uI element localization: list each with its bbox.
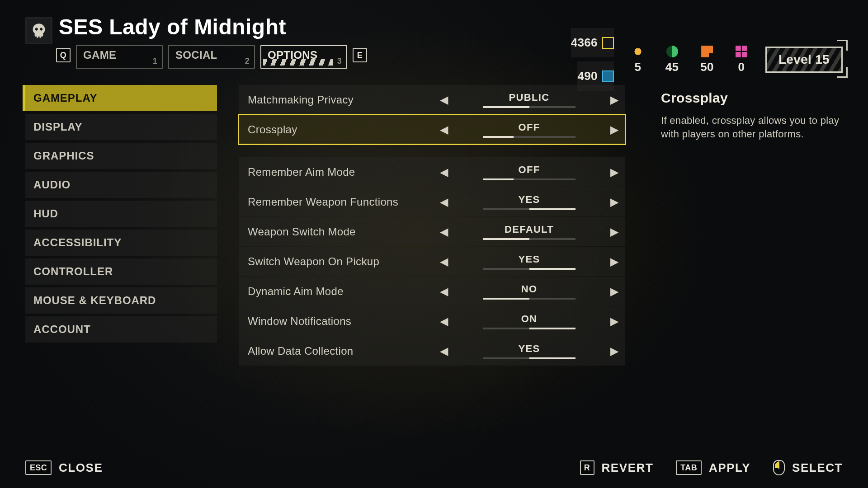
resource-samples: 45 [665, 46, 679, 74]
arrow-left-icon[interactable] [433, 255, 455, 268]
setting-crossplay[interactable]: CrossplayOFF [239, 115, 625, 144]
close-label: CLOSE [59, 461, 103, 475]
setting-value: OFF [519, 164, 540, 176]
setting-value: NO [521, 283, 538, 295]
tab-game[interactable]: GAME 1 [76, 45, 163, 69]
setting-label: Remember Weapon Functions [239, 196, 433, 208]
value-bar [483, 208, 576, 210]
setting-value: OFF [519, 122, 540, 133]
close-action[interactable]: ESC CLOSE [25, 460, 103, 475]
value-bar [483, 328, 576, 329]
tab-number: 2 [245, 56, 250, 66]
apply-action[interactable]: TAB APPLY [676, 460, 750, 475]
currency1-value: 4366 [571, 36, 598, 50]
value-bar [483, 136, 576, 138]
resource-super: 0 [736, 46, 747, 74]
value-bar [483, 357, 576, 359]
category-hud[interactable]: HUD [25, 201, 217, 227]
arrow-right-icon[interactable] [604, 166, 625, 178]
supercredit-icon [602, 70, 614, 82]
setting-remember-weapon-functions[interactable]: Remember Weapon FunctionsYES [239, 187, 625, 216]
arrow-left-icon[interactable] [433, 196, 455, 208]
arrow-left-icon[interactable] [433, 285, 455, 298]
setting-window-notifications[interactable]: Window NotificationsON [239, 306, 625, 336]
category-display[interactable]: DISPLAY [25, 114, 217, 140]
tab-number: 1 [153, 56, 157, 66]
setting-value: DEFAULT [505, 224, 554, 235]
ship-title: SES Lady of Midnight [59, 14, 286, 39]
setting-label: Dynamic Aim Mode [239, 285, 433, 298]
setting-dynamic-aim-mode[interactable]: Dynamic Aim ModeNO [239, 277, 625, 306]
arrow-left-icon[interactable] [433, 94, 455, 106]
setting-value: PUBLIC [509, 92, 550, 103]
category-mouse-keyboard[interactable]: MOUSE & KEYBOARD [25, 287, 217, 314]
mouse-icon [773, 460, 785, 475]
requisition-icon [602, 37, 614, 49]
arrow-left-icon[interactable] [433, 166, 455, 178]
apply-key: TAB [676, 460, 702, 475]
setting-label: Window Notifications [239, 315, 433, 328]
arrow-right-icon[interactable] [604, 285, 625, 298]
category-list: GAMEPLAYDISPLAYGRAPHICSAUDIOHUDACCESSIBI… [25, 85, 217, 343]
settings-list: Matchmaking PrivacyPUBLICCrossplayOFFRem… [239, 85, 625, 366]
category-graphics[interactable]: GRAPHICS [25, 143, 217, 169]
setting-allow-data-collection[interactable]: Allow Data CollectionYES [239, 336, 625, 366]
setting-value: YES [519, 253, 540, 265]
category-gameplay[interactable]: GAMEPLAY [25, 85, 217, 111]
tab-options[interactable]: OPTIONS 3 [260, 45, 347, 69]
revert-action[interactable]: R REVERT [580, 460, 654, 475]
setting-matchmaking-privacy[interactable]: Matchmaking PrivacyPUBLIC [239, 85, 625, 114]
setting-value: ON [521, 313, 538, 325]
arrow-right-icon[interactable] [604, 196, 625, 208]
setting-switch-weapon-on-pickup[interactable]: Switch Weapon On PickupYES [239, 247, 625, 276]
resource-medals: 5 [632, 46, 644, 74]
setting-label: Remember Aim Mode [239, 166, 433, 178]
arrow-left-icon[interactable] [433, 315, 455, 328]
arrow-left-icon[interactable] [433, 345, 455, 357]
category-audio[interactable]: AUDIO [25, 172, 217, 198]
tab-number: 3 [337, 56, 342, 66]
arrow-left-icon[interactable] [433, 123, 455, 136]
setting-label: Crossplay [239, 123, 433, 136]
currency2-value: 490 [577, 69, 597, 83]
req-icon [701, 46, 713, 57]
arrow-right-icon[interactable] [604, 225, 625, 238]
skull-icon [25, 17, 52, 44]
revert-label: REVERT [602, 461, 654, 475]
value-bar [483, 268, 576, 270]
apply-label: APPLY [709, 461, 750, 475]
arrow-right-icon[interactable] [604, 315, 625, 328]
next-tab-key[interactable]: E [353, 48, 367, 62]
tab-label: SOCIAL [175, 49, 217, 61]
value-bar [483, 178, 576, 180]
setting-value: YES [519, 194, 540, 206]
tab-social[interactable]: SOCIAL 2 [168, 45, 255, 69]
setting-remember-aim-mode[interactable]: Remember Aim ModeOFF [239, 157, 625, 187]
category-accessibility[interactable]: ACCESSIBILITY [25, 230, 217, 256]
setting-weapon-switch-mode[interactable]: Weapon Switch ModeDEFAULT [239, 217, 625, 246]
arrow-right-icon[interactable] [604, 345, 625, 357]
arrow-left-icon[interactable] [433, 225, 455, 238]
super-icon [736, 46, 747, 57]
sample-icon [666, 46, 678, 57]
select-label: SELECT [792, 461, 843, 475]
arrow-right-icon[interactable] [604, 255, 625, 268]
category-account[interactable]: ACCOUNT [25, 316, 217, 343]
close-key: ESC [25, 460, 52, 475]
arrow-right-icon[interactable] [604, 94, 625, 106]
setting-label: Weapon Switch Mode [239, 225, 433, 238]
arrow-right-icon[interactable] [604, 123, 625, 136]
medal-icon [632, 46, 644, 57]
prev-tab-key[interactable]: Q [56, 48, 71, 62]
value-bar [483, 298, 576, 300]
tab-bar: Q GAME 1 SOCIAL 2 OPTIONS 3 E [56, 45, 367, 69]
revert-key: R [580, 460, 594, 475]
resource-req: 50 [700, 46, 714, 74]
tab-label: GAME [83, 49, 116, 61]
category-controller[interactable]: CONTROLLER [25, 258, 217, 285]
tab-label: OPTIONS [268, 49, 317, 61]
setting-label: Allow Data Collection [239, 345, 433, 357]
level-label: Level 15 [778, 52, 830, 66]
select-action[interactable]: SELECT [773, 460, 843, 475]
value-bar [483, 106, 576, 108]
